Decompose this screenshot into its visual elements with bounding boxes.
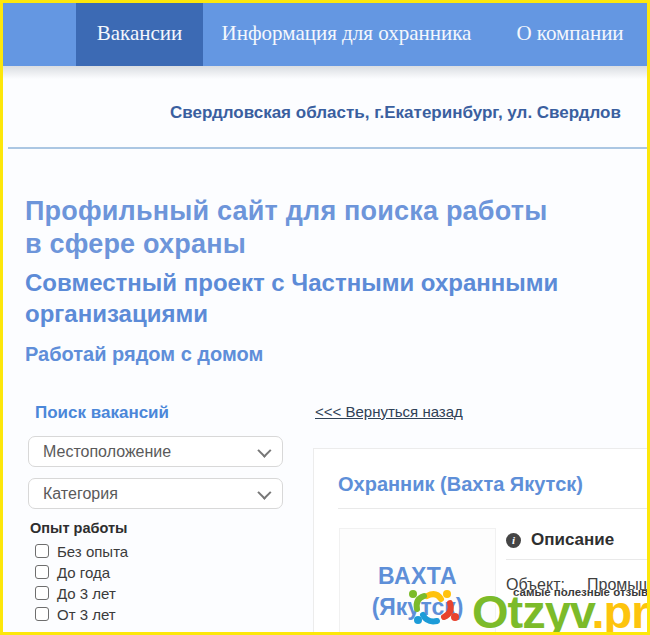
vacancy-content: <<< Вернуться назад Охранник (Вахта Якут…: [313, 400, 650, 635]
badge-line1: ВАХТА: [340, 563, 495, 590]
page-tagline: Работай рядом с домом: [25, 343, 625, 366]
page-subtitle-line1: Совместный проект с Частными охранными: [25, 267, 625, 298]
back-link[interactable]: <<< Вернуться назад: [315, 403, 463, 420]
object-value: Промыш: [587, 576, 650, 594]
search-panel-title: Поиск вакансий: [25, 403, 283, 423]
tab-guard-info-label: Информация для охранника: [222, 21, 472, 46]
company-address: Свердловская область, г.Екатеринбург, ул…: [170, 103, 650, 125]
checkbox-label: До года: [57, 564, 110, 581]
object-label: Объект:: [506, 576, 587, 594]
description-title: Описание: [531, 530, 614, 550]
experience-filter-title: Опыт работы: [25, 521, 283, 536]
info-icon: i: [506, 533, 521, 548]
vacancy-title: Охранник (Вахта Якутск): [338, 473, 650, 496]
location-select[interactable]: Местоположение: [28, 436, 283, 467]
tab-guard-info[interactable]: Информация для охранника: [203, 0, 490, 66]
object-row: Объект: Промыш: [506, 576, 650, 594]
checkbox-label: До 3 лет: [57, 585, 116, 602]
tab-vacancies[interactable]: Вакансии: [76, 0, 203, 66]
header-divider: [8, 147, 650, 149]
category-select-value: Категория: [43, 485, 118, 503]
page-title-line2: в сфере охраны: [25, 228, 625, 261]
tab-vacancies-label: Вакансии: [97, 21, 183, 46]
checkbox-under-3-years[interactable]: До 3 лет: [35, 585, 163, 601]
nav-shadow: [0, 66, 650, 79]
checkbox-label: От 3 лет: [57, 606, 116, 623]
checkbox-icon[interactable]: [35, 565, 49, 579]
checkbox-label: Без опыта: [57, 543, 128, 560]
vacancy-badge: ВАХТА (Якутск): [339, 528, 496, 635]
page-title-line1: Профильный сайт для поиска работы: [25, 195, 625, 228]
badge-line2: (Якутск): [340, 594, 495, 621]
description-divider: [506, 559, 650, 560]
experience-options: Без опыта До года До 3 лет От 3 лет: [25, 543, 283, 627]
chevron-down-icon: [257, 485, 271, 499]
checkbox-over-3-years[interactable]: От 3 лет: [35, 606, 163, 622]
hero-section: Профильный сайт для поиска работы в сфер…: [25, 195, 625, 366]
vacancy-card: Охранник (Вахта Якутск) ВАХТА (Якутск) i…: [313, 448, 650, 635]
page-subtitle: Совместный проект с Частными охранными о…: [25, 267, 625, 329]
tab-about-company[interactable]: О компании: [490, 0, 650, 66]
vacancy-search-panel: Поиск вакансий Местоположение Категория …: [25, 403, 283, 635]
vacancy-title-divider: [338, 508, 650, 509]
checkbox-icon[interactable]: [35, 607, 49, 621]
checkbox-no-experience[interactable]: Без опыта: [35, 543, 163, 559]
description-column: i Описание Объект: Промыш: [506, 528, 650, 635]
page-subtitle-line2: организациями: [25, 298, 625, 329]
vacancy-body: ВАХТА (Якутск) i Описание Объект: Промыш: [314, 528, 650, 635]
category-select[interactable]: Категория: [28, 478, 283, 509]
nav-spacer: [0, 0, 76, 66]
checkbox-icon[interactable]: [35, 544, 49, 558]
checkbox-icon[interactable]: [35, 586, 49, 600]
checkbox-under-year[interactable]: До года: [35, 564, 163, 580]
page-title: Профильный сайт для поиска работы в сфер…: [25, 195, 625, 261]
description-header: i Описание: [506, 530, 650, 550]
top-navbar: Вакансии Информация для охранника О комп…: [0, 0, 650, 66]
location-select-value: Местоположение: [43, 443, 171, 461]
chevron-down-icon: [257, 443, 271, 457]
tab-about-company-label: О компании: [516, 21, 623, 46]
